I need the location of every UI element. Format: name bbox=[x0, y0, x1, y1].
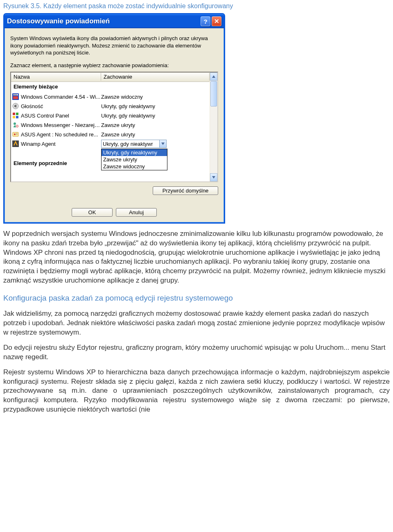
dropdown-option[interactable]: Ukryty, gdy nieaktywny bbox=[102, 149, 167, 156]
asus-agent-icon bbox=[12, 131, 19, 138]
list-item[interactable]: Windows Commander 4.54 - Wi... Zawsze wi… bbox=[11, 92, 210, 102]
help-button[interactable]: ? bbox=[201, 16, 210, 26]
dialog-instruction: Zaznacz element, a następnie wybierz zac… bbox=[10, 62, 218, 68]
article-paragraph: Jak widzieliśmy, za pomocą narzędzi graf… bbox=[3, 309, 390, 337]
section-current: Elementy bieżące bbox=[11, 82, 210, 92]
dialog-description: System Windows wyświetla ikony dla powia… bbox=[10, 35, 218, 57]
svg-rect-5 bbox=[13, 113, 15, 115]
column-name[interactable]: Nazwa bbox=[11, 73, 101, 81]
chevron-down-icon[interactable] bbox=[159, 140, 166, 147]
dialog-window: Dostosowywanie powiadomień ? ✕ System Wi… bbox=[3, 13, 225, 224]
article-paragraph: Rejestr systemu Windows XP to hierarchic… bbox=[3, 368, 390, 415]
svg-rect-2 bbox=[17, 94, 18, 95]
list-item[interactable]: ASUS Agent : No scheduled re... Zawsze u… bbox=[11, 130, 210, 139]
svg-point-9 bbox=[14, 122, 16, 125]
scroll-track[interactable] bbox=[210, 107, 217, 173]
messenger-icon bbox=[12, 121, 19, 129]
select-value: Ukryty, gdy nieaktywr bbox=[103, 141, 153, 147]
titlebar[interactable]: Dostosowywanie powiadomień ? ✕ bbox=[5, 14, 224, 28]
list-item[interactable]: Windows Messenger - Niezareje... Zawsze … bbox=[11, 120, 210, 130]
item-behavior: Ukryty, gdy nieaktywny bbox=[101, 103, 210, 109]
list-item[interactable]: ASUS Control Panel Ukryty, gdy nieaktywn… bbox=[11, 111, 210, 120]
list-item[interactable]: Głośność Ukryty, gdy nieaktywny bbox=[11, 102, 210, 111]
scroll-down-button[interactable] bbox=[210, 173, 217, 181]
volume-icon bbox=[12, 102, 19, 110]
restore-defaults-button[interactable]: Przywróć domyślne bbox=[153, 186, 218, 195]
figure-caption: Rysunek 3.5. Każdy element paska może zo… bbox=[3, 2, 390, 10]
section-heading: Konfiguracja paska zadań za pomocą edycj… bbox=[3, 293, 390, 303]
ok-button[interactable]: OK bbox=[72, 208, 113, 217]
list-item[interactable]: Winamp Agent Ukryty, gdy nieaktywr Ukry bbox=[11, 139, 210, 149]
close-button[interactable]: ✕ bbox=[212, 16, 221, 26]
item-name: ASUS Agent : No scheduled re... bbox=[21, 131, 101, 138]
scroll-thumb[interactable] bbox=[210, 81, 217, 106]
item-name: ASUS Control Panel bbox=[21, 113, 101, 119]
svg-rect-3 bbox=[13, 96, 18, 99]
notification-list[interactable]: Nazwa Zachowanie Elementy bieżące Window… bbox=[10, 72, 218, 182]
item-name: Winamp Agent bbox=[21, 141, 101, 147]
close-icon: ✕ bbox=[214, 18, 219, 25]
article-paragraph: W poprzednich wersjach systemu Windows j… bbox=[3, 229, 390, 286]
behavior-select[interactable]: Ukryty, gdy nieaktywr bbox=[101, 140, 167, 148]
svg-rect-14 bbox=[16, 134, 18, 135]
item-name: Głośność bbox=[21, 103, 101, 109]
item-behavior: Zawsze ukryty bbox=[101, 122, 210, 128]
cancel-button[interactable]: Anuluj bbox=[116, 208, 157, 217]
scroll-up-button[interactable] bbox=[210, 72, 217, 81]
item-behavior: Zawsze widoczny bbox=[101, 94, 210, 100]
dialog-title: Dostosowywanie powiadomień bbox=[7, 17, 199, 25]
column-behavior[interactable]: Zachowanie bbox=[101, 73, 210, 81]
svg-rect-13 bbox=[16, 133, 18, 134]
svg-rect-6 bbox=[16, 113, 18, 115]
dropdown-option[interactable]: Zawsze widoczny bbox=[102, 163, 167, 170]
item-behavior[interactable]: Ukryty, gdy nieaktywr Ukryty, gdy nieakt… bbox=[101, 140, 210, 148]
svg-rect-7 bbox=[13, 116, 15, 118]
dropdown-option[interactable]: Zawsze ukryty bbox=[102, 156, 167, 163]
commander-icon bbox=[12, 93, 19, 100]
behavior-dropdown[interactable]: Ukryty, gdy nieaktywny Zawsze ukryty Zaw… bbox=[101, 149, 167, 170]
scrollbar[interactable] bbox=[210, 72, 217, 181]
article-paragraph: Do edycji rejestru służy Edytor rejestru… bbox=[3, 343, 390, 362]
item-name: Windows Commander 4.54 - Wi... bbox=[21, 94, 101, 100]
asus-panel-icon bbox=[12, 112, 19, 119]
item-behavior: Zawsze ukryty bbox=[101, 131, 210, 138]
svg-rect-8 bbox=[16, 116, 18, 118]
item-behavior: Ukryty, gdy nieaktywny bbox=[101, 113, 210, 119]
list-header: Nazwa Zachowanie bbox=[11, 72, 210, 82]
svg-point-12 bbox=[14, 134, 16, 135]
winamp-icon bbox=[12, 140, 19, 147]
item-name: Windows Messenger - Niezareje... bbox=[21, 122, 101, 128]
